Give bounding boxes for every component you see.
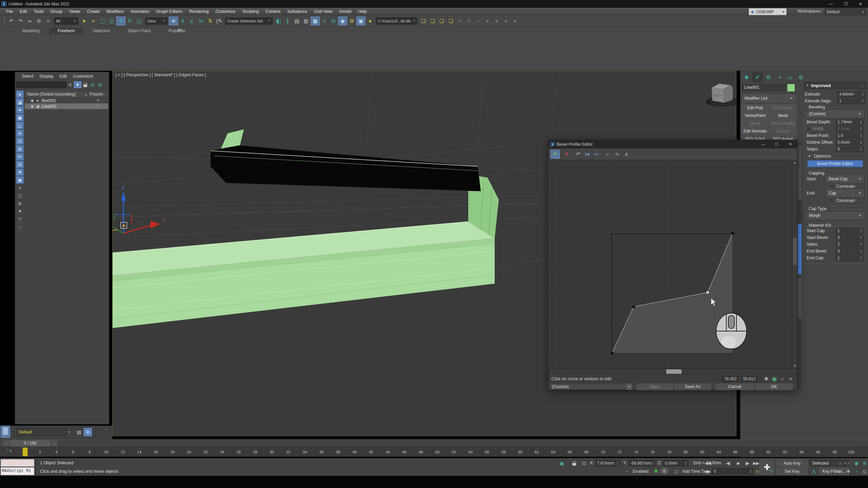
visibility-eye-icon[interactable]: ◉ xyxy=(29,104,35,108)
tab-selection[interactable]: Selection xyxy=(84,27,119,34)
tab-display[interactable]: ▭ xyxy=(785,72,795,82)
degradation-badge[interactable]: 0 xyxy=(660,468,668,474)
go-to-start-icon[interactable]: ◀◀ xyxy=(704,460,712,467)
end-cap-dropdown[interactable]: Cap▼ xyxy=(826,190,864,197)
viewport-layout-tab[interactable] xyxy=(1,426,10,438)
modifier-button-bend[interactable]: Bend xyxy=(769,112,796,119)
bind-to-space-warp-icon[interactable]: ≈ xyxy=(43,17,53,25)
add-time-tag[interactable]: Add Time Tag xyxy=(682,469,708,474)
start-constrain-row[interactable]: Constrain xyxy=(828,183,865,189)
zoom-all-icon[interactable]: ⌕ xyxy=(844,460,852,467)
modifier-button-edit-normals[interactable]: Edit Normals xyxy=(742,127,769,135)
explorer-menu-select[interactable]: Select xyxy=(19,74,37,79)
z-coordinate-field[interactable]: 0.0mm▲▼ xyxy=(663,460,688,466)
schematic-view-icon[interactable]: ⊟ xyxy=(329,17,338,25)
view-list-icon[interactable]: ≡ xyxy=(16,184,24,191)
filter-containers-icon[interactable]: ⊟ xyxy=(16,161,24,168)
render-iter-4-icon[interactable]: ● xyxy=(501,17,510,25)
spinner-field[interactable]: 3▲▼ xyxy=(836,235,864,241)
constrain-checkbox[interactable] xyxy=(830,184,834,188)
canvas-vertical-scrollbar[interactable]: ▲ ▼ xyxy=(792,160,797,368)
play-icon[interactable]: ▶ xyxy=(734,460,743,467)
ok-button[interactable]: OK xyxy=(755,384,793,390)
scene-state-1-icon[interactable]: ❏ xyxy=(419,17,428,25)
modifier-button-extrude[interactable]: Extrude xyxy=(769,127,796,135)
zoom-extents-all-icon[interactable]: ⊞ xyxy=(861,460,868,467)
adaptive-degradation-icon[interactable]: ◔ xyxy=(623,468,630,475)
filter-xrefs-icon[interactable]: ⊛ xyxy=(16,145,24,152)
align-profile-icon[interactable]: ≔ xyxy=(592,150,601,159)
mini-curve-editor-icon[interactable]: ⋮∿ xyxy=(5,448,12,453)
cancel-button[interactable]: Cancel xyxy=(715,384,754,390)
menu-animation[interactable]: Animation xyxy=(127,8,153,16)
filter-hidden-icon[interactable]: ◉ xyxy=(16,176,24,184)
layers-icon[interactable]: ▤ xyxy=(75,428,83,436)
menu-edit[interactable]: Edit xyxy=(16,8,31,16)
ribbon-toggle-icon[interactable]: ▦ xyxy=(311,17,320,25)
object-color-swatch[interactable] xyxy=(787,84,795,92)
default-dropdown[interactable]: Default xyxy=(16,428,66,436)
coord-y-field[interactable]: 50.812 xyxy=(741,376,758,382)
close-button[interactable]: ✕ xyxy=(853,0,868,8)
track-bar[interactable]: ⋮∿ 2468101214161820222426283032343638404… xyxy=(0,447,868,457)
modifier-button-bevel-profile[interactable]: Bevel Profile xyxy=(769,120,796,127)
unlink-selection-icon[interactable]: ⊘ xyxy=(34,17,43,25)
zoom-extents-icon[interactable]: ▣ xyxy=(852,460,861,467)
layer-explorer-icon[interactable]: ▤ xyxy=(292,17,301,25)
update-profile-icon[interactable]: ⟳ xyxy=(551,150,560,159)
menu-tools[interactable]: Tools xyxy=(31,8,47,16)
scene-state-2-icon[interactable]: ❏ xyxy=(428,17,437,25)
percent-snap-icon[interactable]: % xyxy=(196,17,205,25)
chevron-down-icon[interactable]: ▼ xyxy=(626,384,632,390)
spinner-field[interactable]: 5▲▼ xyxy=(836,146,864,152)
explorer-menu-display[interactable]: Display xyxy=(37,74,57,79)
scissors-icon[interactable]: ✄ xyxy=(455,17,465,25)
tab-create[interactable]: ✚ xyxy=(742,72,752,82)
undo-icon[interactable]: ↶ xyxy=(7,17,16,25)
redo-icon[interactable]: ↷ xyxy=(16,17,25,25)
edit-named-selection-sets-icon[interactable]: {✎ xyxy=(215,17,224,25)
viewport-label[interactable]: [ + ] [ Perspective ] [ Standard* ] [ Ed… xyxy=(115,73,206,77)
align-icon[interactable]: ∥ xyxy=(283,17,292,25)
expand-tree-icon[interactable]: ⊟ xyxy=(89,81,96,88)
delete-vertex-icon[interactable]: ✗ xyxy=(562,150,571,159)
current-frame-field[interactable]: 0▲▼ xyxy=(712,468,753,474)
modifier-list-dropdown[interactable]: Modifier List▼ xyxy=(742,95,795,102)
scene-state-4-icon[interactable]: ❏ xyxy=(446,17,455,25)
undo-icon[interactable]: ↶ xyxy=(574,150,583,159)
spinner-field[interactable]: 4.64mm▲▼ xyxy=(837,92,865,97)
menu-civil-view[interactable]: Civil View xyxy=(311,8,336,16)
spinner-field[interactable]: 0.5mm▲▼ xyxy=(836,126,864,132)
select-and-rotate-icon[interactable]: ↻ xyxy=(125,17,135,25)
zoom-region-icon[interactable]: ⌗ xyxy=(787,375,794,382)
optimize-checkbox-row[interactable]: Optimize xyxy=(805,152,865,159)
bezier-smooth-icon[interactable]: ∿ xyxy=(613,150,622,159)
next-frame-icon[interactable]: |▶ xyxy=(743,460,751,467)
list-item[interactable]: ◉●Box001❄ xyxy=(25,98,108,103)
use-center-icon[interactable]: ⊕ xyxy=(169,17,178,25)
filter-spacewarps-icon[interactable]: ≋ xyxy=(16,129,24,137)
window-crossing-toggle-icon[interactable]: ◫ xyxy=(107,17,116,25)
explorer-column-header[interactable]: Name (Sorted Ascending) ▲ Frozen xyxy=(25,90,108,98)
menu-content[interactable]: Content xyxy=(262,8,284,16)
profile-canvas[interactable] xyxy=(550,160,793,368)
visibility-eye-icon[interactable]: ◉ xyxy=(29,99,35,102)
key-mode-toggle[interactable]: ◀▶ xyxy=(705,468,711,475)
zoom-icon[interactable]: ⌕ xyxy=(836,460,844,467)
spinner-field[interactable]: 1▲▼ xyxy=(837,98,865,104)
canvas-horizontal-scrollbar[interactable]: ‹ › xyxy=(549,368,797,374)
snaps-toggle-icon[interactable]: 3 xyxy=(178,17,187,25)
filter-gear-icon[interactable]: ▼ xyxy=(16,207,24,215)
spinner-field[interactable]: 1▲▼ xyxy=(836,228,864,234)
pan-icon[interactable]: ✥ xyxy=(763,375,770,382)
chevron-down-icon[interactable]: ▼ xyxy=(66,428,72,436)
filter-icon[interactable]: ▼ xyxy=(74,81,81,88)
angle-snap-icon[interactable]: ∠ xyxy=(187,17,196,25)
menu-create[interactable]: Create xyxy=(84,8,103,16)
move-disabled-icon[interactable]: ✛ xyxy=(465,17,474,25)
container-icon[interactable]: ⌂ xyxy=(16,223,24,230)
render-iter-1-icon[interactable]: • xyxy=(474,17,483,25)
menu-substance[interactable]: Substance xyxy=(284,8,311,16)
corner-vertex-icon[interactable]: ⌐ xyxy=(604,150,613,159)
rectangular-selection-region-icon[interactable]: ▢ xyxy=(98,17,107,25)
